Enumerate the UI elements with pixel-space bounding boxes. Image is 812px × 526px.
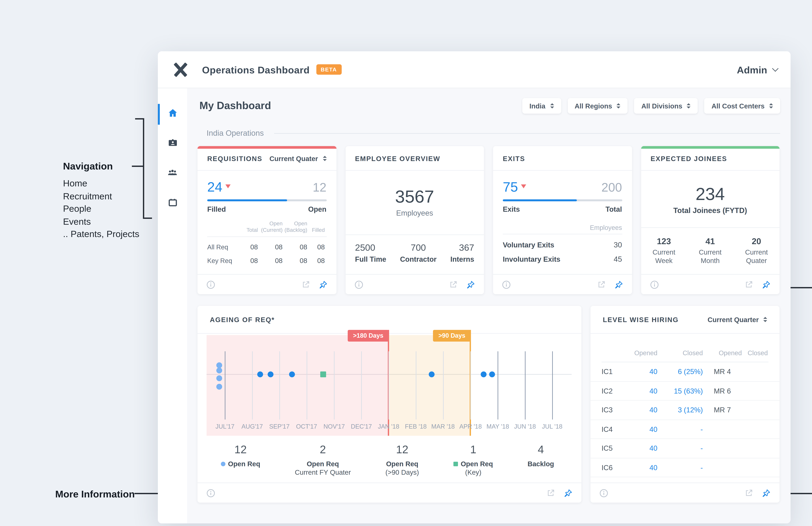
opened-value[interactable]: 40 [624,406,657,414]
closed-value[interactable]: - [657,464,703,471]
opened-value[interactable]: 40 [624,444,657,452]
stat-contractor: 700 Contractor [400,242,436,263]
closed-value[interactable]: 15 (63%) [657,387,703,395]
req-col-header: Open (Backlog) [282,220,307,233]
mr-opened-value: MR 7 [703,406,742,414]
table-row: Key Req 08 08 08 08 [207,257,327,264]
sidebar-item-events[interactable] [158,189,187,219]
info-icon[interactable] [649,280,659,289]
filter-regions[interactable]: All Regions [567,98,628,114]
closed-value[interactable]: - [657,444,703,452]
pin-icon[interactable] [761,488,771,498]
pin-icon[interactable] [466,280,476,289]
chart-gridline [416,351,416,420]
closed-value[interactable]: 3 (12%) [657,406,703,414]
info-icon[interactable] [599,488,609,498]
level-hiring-period-select[interactable]: Current Quarter [708,316,767,323]
chart-gridline [279,351,280,420]
opened-value[interactable]: 40 [624,425,657,433]
filter-country[interactable]: India [522,98,561,114]
card-footer [345,274,484,294]
level-col-header: Opened [703,349,742,356]
sort-caret-icon [687,103,691,108]
navigation-annotation-item: Events [63,215,139,228]
requisitions-filled-value[interactable]: 24 [207,179,231,195]
admin-menu[interactable]: Admin [737,64,778,75]
pin-icon[interactable] [563,488,573,498]
pin-icon[interactable] [761,280,771,289]
beta-badge: BETA [316,64,342,75]
filter-cost-centers-value: All Cost Centers [711,102,765,110]
section-divider [274,133,780,133]
home-icon [167,108,178,121]
req-col-header: Total [238,227,258,233]
popout-icon[interactable] [546,488,555,497]
opened-value[interactable]: 40 [624,387,657,395]
filter-divisions[interactable]: All Divisions [634,98,698,114]
sidebar [158,88,187,523]
exits-value[interactable]: 75 [503,179,526,195]
filter-divisions-value: All Divisions [641,102,682,110]
popout-icon[interactable] [744,280,754,289]
chart-gridline [470,351,471,420]
stat-full-time: 2500 Full Time [355,242,386,263]
popout-icon[interactable] [597,280,606,289]
table-row: IC24015 (63%)MR 6 [591,381,780,401]
requisitions-progress-bar [207,199,327,201]
table-row: IC540- [591,439,780,458]
filter-cost-centers[interactable]: All Cost Centers [704,98,780,114]
pin-icon[interactable] [613,280,623,289]
sidebar-item-people[interactable] [158,159,187,189]
sort-caret-icon [550,103,554,108]
closed-value[interactable]: 6 (25%) [657,368,703,376]
info-icon[interactable] [354,280,363,289]
sort-caret-icon [763,317,767,322]
table-row: Voluntary Exits 30 [503,241,622,249]
card-footer [493,274,632,294]
exits-total-value: 200 [601,180,622,195]
pin-icon[interactable] [318,280,328,289]
ageing-stat-value: 12 [386,443,419,456]
info-icon[interactable] [502,280,511,289]
x-logo-icon[interactable] [173,62,188,77]
axis-tick-label: APR '18 [459,423,482,430]
requisitions-period-select[interactable]: Current Quater [270,154,327,162]
exits-label: Exits [503,205,520,213]
section-label: India Operations [206,129,264,138]
ageing-stat-label: Open Req [295,460,351,468]
data-point [320,371,326,377]
more-info-annotation: More Information [55,488,135,499]
chevron-down-icon [772,65,779,71]
axis-tick-label: JAN '18 [378,423,399,430]
sidebar-item-recruitment[interactable] [158,129,187,159]
popout-icon[interactable] [301,280,310,289]
level-table-header: OpenedClosedOpenedClosed [591,349,780,356]
data-point [481,371,487,377]
info-icon[interactable] [206,488,216,498]
popout-icon[interactable] [744,488,754,497]
chart-gridline [361,351,362,420]
level-label: IC2 [601,387,624,395]
card-footer [641,274,780,294]
expected-joinees-title: EXPECTED JOINEES [651,154,727,162]
expected-joinees-card: EXPECTED JOINEES 234 Total Joinees (FYTD… [641,146,780,294]
closed-value[interactable]: - [657,425,703,433]
stat-current-quarter: 20 Current Quater [745,236,768,265]
opened-value[interactable]: 40 [624,368,657,376]
chart-gridline [443,351,444,420]
sidebar-item-home[interactable] [158,99,187,129]
ageing-title: AGEING OF REQ* [210,316,275,323]
card-footer [198,274,336,294]
ageing-stat-label: Backlog [527,460,554,468]
popout-icon[interactable] [449,280,458,289]
exits-title: EXITS [503,154,525,162]
opened-value[interactable]: 40 [624,464,657,471]
ageing-stat-value: 1 [453,443,493,456]
ageing-stat: 2Open ReqCurrent FY Quater [295,443,351,477]
requisitions-open-value: 12 [313,180,327,195]
exits-card: EXITS 75 200 Exits [493,146,632,294]
level-col-header: Opened [624,349,657,356]
ageing-stat-label: Open Req [386,460,419,468]
info-icon[interactable] [206,280,216,289]
joinees-total-label: Total Joinees (FYTD) [641,206,780,214]
